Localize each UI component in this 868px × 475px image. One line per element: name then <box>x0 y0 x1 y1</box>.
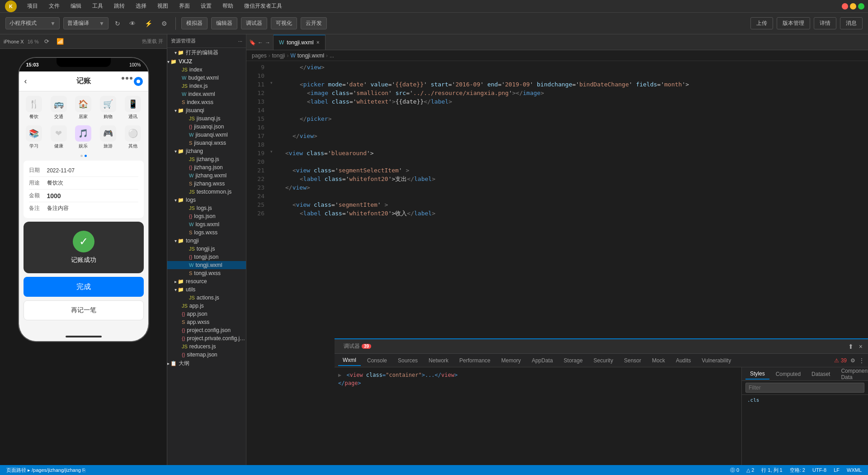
icon-other[interactable]: ⚪ 其他 <box>123 125 144 149</box>
message-button[interactable]: 消息 <box>840 17 863 29</box>
devtools-subtab-mock[interactable]: Mock <box>647 356 670 366</box>
icon-study[interactable]: 📚 学习 <box>24 125 45 149</box>
wifi-button[interactable]: 📶 <box>55 37 66 46</box>
xml-line-1[interactable]: ▶ <view class="container">...</view> <box>338 371 738 379</box>
devtools-subtab-memory[interactable]: Memory <box>497 356 525 366</box>
tree-vxjz[interactable]: ▾ 📁 VXJZ <box>167 57 246 66</box>
tree-app-js[interactable]: JS app.js <box>167 302 246 310</box>
styles-tab-computed[interactable]: Computed <box>771 369 805 379</box>
nav-back-icon[interactable]: ← <box>258 39 263 46</box>
tree-jizhang-js[interactable]: JS jizhang.js <box>167 155 246 163</box>
close-button[interactable] <box>842 3 848 10</box>
menu-item-wechat-devtools[interactable]: 微信开发者工具 <box>242 1 284 11</box>
devtools-subtab-audits[interactable]: Audits <box>671 356 695 366</box>
cloud-button[interactable]: 云开发 <box>301 17 327 29</box>
upload-button[interactable]: 上传 <box>750 17 773 29</box>
tree-tongji-wxml[interactable]: W tongji.wxml <box>167 261 246 269</box>
tree-tongji-wxss[interactable]: S tongji.wxss <box>167 269 246 277</box>
debug-button[interactable]: 调试器 <box>241 17 267 29</box>
tree-outline[interactable]: ▸ 📋 大纲 <box>167 359 246 368</box>
devtools-subtab-console[interactable]: Console <box>363 356 392 366</box>
tree-budget-wxml[interactable]: W budget.wxml <box>167 74 246 82</box>
simulate-button[interactable]: 模拟器 <box>181 17 208 29</box>
nav-fwd-icon[interactable]: → <box>265 39 270 46</box>
icon-catering[interactable]: 🍴 餐饮 <box>24 96 45 120</box>
xml-line-2[interactable]: </page> <box>338 379 738 387</box>
tree-testcommon-js[interactable]: JS testcommon.js <box>167 188 246 196</box>
styles-filter-input[interactable] <box>745 383 864 393</box>
bookmark-icon[interactable]: 🔖 <box>249 39 256 46</box>
menu-item-help[interactable]: 帮助 <box>221 1 235 11</box>
breadcrumb-tongji[interactable]: tongji <box>272 52 285 59</box>
maximize-button[interactable] <box>858 3 864 10</box>
menu-item-file[interactable]: 文件 <box>47 1 61 11</box>
styles-tab-styles[interactable]: Styles <box>745 369 769 380</box>
tree-index-wxss[interactable]: S index.wxss <box>167 98 246 106</box>
tree-logs-wxml[interactable]: W logs.wxml <box>167 220 246 228</box>
tree-app-json[interactable]: {} app.json <box>167 310 246 318</box>
tree-jisuanqi-folder[interactable]: ▾ 📁 jisuanqi <box>167 106 246 114</box>
fold-arrow-19[interactable]: ▾ <box>268 147 274 156</box>
icon-home[interactable]: 🏠 居家 <box>73 96 94 120</box>
devtools-expand-button[interactable]: ⬆ <box>846 342 855 351</box>
menu-item-tools[interactable]: 工具 <box>90 1 105 11</box>
tree-utils-folder[interactable]: ▾ 📁 utils <box>167 285 246 294</box>
tree-jisuanqi-wxss[interactable]: S jisuanqi.wxss <box>167 139 246 147</box>
rotate-button[interactable]: ⟳ <box>42 37 51 46</box>
record-button[interactable] <box>134 77 143 86</box>
devtools-subtab-vulnerability[interactable]: Vulnerability <box>697 356 736 366</box>
compile-selector[interactable]: 普通编译 ▼ <box>63 17 108 29</box>
devtools-subtab-performance[interactable]: Performance <box>455 356 495 366</box>
tree-jisuanqi-js[interactable]: JS jisuanqi.js <box>167 114 246 123</box>
tree-project-private[interactable]: {} project.private.config.js... <box>167 334 246 342</box>
tree-tongji-folder[interactable]: ▾ 📁 tongji <box>167 237 246 245</box>
tree-logs-wxss[interactable]: S logs.wxss <box>167 228 246 237</box>
devtools-subtab-sources[interactable]: Sources <box>393 356 422 366</box>
version-manage-button[interactable]: 版本管理 <box>777 17 810 29</box>
tree-tongji-js[interactable]: JS tongji.js <box>167 245 246 253</box>
menu-item-settings[interactable]: 设置 <box>199 1 213 11</box>
eye-button[interactable]: 👁 <box>127 18 138 29</box>
tree-jizhang-folder[interactable]: ▾ 📁 jizhang <box>167 147 246 155</box>
tab-tongji-wxml[interactable]: W tongji.wxml × <box>274 35 326 50</box>
compile-button[interactable]: ⚡ <box>142 18 155 29</box>
fold-arrow-11[interactable]: ▾ <box>268 78 274 87</box>
details-button[interactable]: 详情 <box>814 17 836 29</box>
tree-jisuanqi-json[interactable]: {} jisuanqi.json <box>167 123 246 131</box>
minimize-button[interactable] <box>850 3 856 10</box>
refresh-button[interactable]: ↻ <box>112 18 123 29</box>
icon-shopping[interactable]: 🛒 购物 <box>98 96 119 120</box>
devtools-tab-debugger[interactable]: 调试器 39 <box>338 341 377 352</box>
phone-nav-dots[interactable] <box>122 77 143 86</box>
settings-small-button[interactable]: ⚙ <box>159 18 170 29</box>
icon-entertainment[interactable]: 🎵 娱乐 <box>73 125 94 149</box>
breadcrumb-filename[interactable]: tongji.wxml <box>297 52 324 59</box>
tree-project-config[interactable]: {} project.config.json <box>167 326 246 334</box>
mode-selector[interactable]: 小程序模式 ▼ <box>5 17 60 29</box>
tree-index-js[interactable]: JS index.js <box>167 82 246 90</box>
tree-app-wxss[interactable]: S app.wxss <box>167 318 246 326</box>
cls-badge[interactable]: .cls <box>747 397 760 403</box>
menu-item-edit[interactable]: 编辑 <box>69 1 83 11</box>
tree-jizhang-wxml[interactable]: W jizhang.wxml <box>167 171 246 180</box>
file-panel-more[interactable]: ··· <box>238 38 242 44</box>
back-button[interactable]: ‹ <box>24 76 27 86</box>
inspector-button[interactable]: 可视化 <box>271 17 297 29</box>
devtools-subtab-appdata[interactable]: AppData <box>527 356 557 366</box>
icon-travel[interactable]: 🎮 旅游 <box>98 125 119 149</box>
tree-resource-folder[interactable]: ▸ 📁 resource <box>167 277 246 285</box>
tree-actions-js[interactable]: JS actions.js <box>167 294 246 302</box>
devtools-subtab-security[interactable]: Security <box>589 356 618 366</box>
devtools-subtab-wxml[interactable]: Wxml <box>338 355 361 366</box>
menu-item-jump[interactable]: 跳转 <box>112 1 127 11</box>
more-devtools-icon[interactable]: ⋮ <box>859 357 864 364</box>
tree-jisuanqi-wxml[interactable]: W jisuanqi.wxml <box>167 131 246 139</box>
tree-tongji-json[interactable]: {} tongji.json <box>167 253 246 261</box>
menu-item-project[interactable]: 项目 <box>25 1 40 11</box>
styles-tab-component-data[interactable]: Component Data <box>836 367 868 382</box>
icon-health[interactable]: ❤ 健康 <box>48 125 69 149</box>
styles-tab-dataset[interactable]: Dataset <box>807 369 835 379</box>
devtools-close-button[interactable]: × <box>857 342 864 351</box>
tab-close-button[interactable]: × <box>316 39 320 46</box>
tree-index-wxml[interactable]: W index.wxml <box>167 90 246 98</box>
